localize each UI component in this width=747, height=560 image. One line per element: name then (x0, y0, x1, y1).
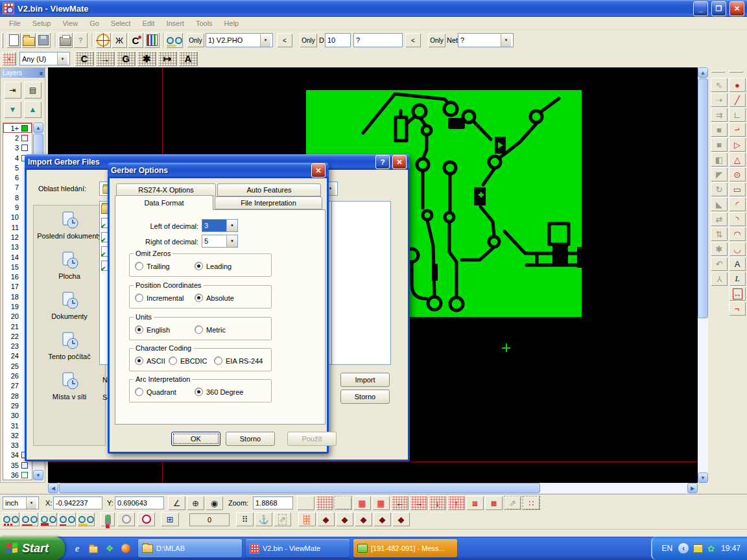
probe-icon[interactable]: ◉ (206, 496, 223, 510)
copy-square-icon[interactable]: ■ (711, 122, 728, 137)
aperture-g-icon[interactable]: G (116, 51, 136, 66)
prev-net-button[interactable]: < (405, 33, 421, 47)
lamp-probe-button[interactable] (137, 512, 155, 526)
gerber-options-titlebar[interactable]: Gerber Options ✕ (108, 163, 329, 178)
documents[interactable]: Dokumenty (34, 291, 105, 320)
new-file-button[interactable] (6, 32, 21, 48)
view-pads-glasses-button[interactable] (40, 512, 57, 526)
pad-mode5-icon[interactable]: ◆ (392, 512, 410, 526)
lamp-off-button[interactable] (117, 512, 135, 526)
language-indicator[interactable]: EN (661, 544, 672, 553)
print-button[interactable] (58, 32, 73, 48)
chevron-down-icon[interactable]: ▼ (226, 220, 237, 231)
layer-up-button[interactable]: ▲ (24, 101, 42, 118)
aperture-arrow-icon[interactable]: → (95, 51, 115, 66)
layers-panel-titlebar[interactable]: Layers x (1, 68, 45, 78)
layer-color-swatch[interactable] (21, 472, 28, 478)
horizontal-scrollbar[interactable]: ◀ ▶ (48, 483, 698, 493)
taskbar-task[interactable]: V2.bin - ViewMate (246, 539, 350, 557)
highlight-tool-button[interactable] (95, 32, 111, 48)
palette-grip[interactable] (711, 71, 725, 73)
pad-mode3-icon[interactable]: ◆ (355, 512, 372, 526)
zoom-select-icon[interactable] (335, 496, 352, 510)
menu-item[interactable]: Tools (190, 18, 219, 29)
aperture-grid-button[interactable]: ▪ (2, 52, 16, 65)
import-cancel-button[interactable]: Storno (340, 390, 390, 404)
aperture-text-icon[interactable]: A (178, 51, 198, 66)
measure-tool-button[interactable]: Ж (112, 32, 127, 48)
pan-left-icon[interactable]: ← (391, 496, 409, 510)
menu-item[interactable]: Select (105, 18, 137, 29)
view-lines-glasses-button[interactable] (21, 512, 38, 526)
traffic-light-button[interactable] (101, 512, 115, 526)
left-of-decimal-combo[interactable]: 3 ▼ (202, 219, 238, 232)
draw-curve-icon[interactable]: ◝ (729, 212, 746, 226)
menu-item[interactable]: Edit (136, 18, 160, 29)
aperture-filter-combo[interactable]: Any (U)▼ (19, 52, 70, 65)
move-multiple-icon[interactable]: ⇉ (711, 108, 728, 122)
right-of-decimal-combo[interactable]: 5 ▼ (202, 235, 238, 248)
origin-crosshair-icon[interactable]: ⊕ (187, 496, 204, 510)
draw-chord-icon[interactable]: ◡ (729, 242, 746, 256)
radio-360-degree[interactable]: 360 Degree (195, 388, 244, 396)
window-split-button[interactable]: ⊞ (161, 512, 179, 526)
grid-value-box[interactable]: 0 (189, 513, 230, 526)
radio-absolute[interactable]: Absolute (195, 294, 234, 302)
gerber-options-close-button[interactable]: ✕ (311, 163, 326, 178)
highlight-grid-icon[interactable] (316, 496, 333, 510)
layer-map-button[interactable]: ▤ (24, 82, 42, 99)
internet-explorer-icon[interactable]: e (71, 542, 83, 554)
radio-ebcdic[interactable]: EBCDIC (169, 356, 208, 365)
menu-item[interactable]: Go (84, 18, 105, 29)
layer-color-swatch[interactable] (21, 125, 28, 132)
rotate-icon[interactable]: ↻ (711, 182, 728, 196)
layer-row[interactable]: 2 (3, 133, 32, 143)
pad-mode4-icon[interactable]: ◆ (374, 512, 391, 526)
minimize-button[interactable]: _ (693, 1, 708, 16)
tray-notes-icon[interactable] (693, 544, 703, 553)
layers-scroll-down[interactable]: ▼ (33, 470, 43, 480)
step-repeat-icon[interactable]: ⇅ (711, 227, 728, 241)
menu-item[interactable]: View (56, 18, 84, 29)
layer-row[interactable]: 35 (3, 460, 32, 470)
tab-data-format[interactable]: Data Format (115, 195, 213, 210)
zoom-value-input[interactable]: 1.8868 (253, 496, 293, 509)
scroll-down-button[interactable]: ▼ (698, 472, 708, 483)
apply-button[interactable]: Použít (287, 432, 337, 446)
radio-eia-rs244[interactable]: EIA RS-244 (214, 356, 263, 365)
layer-select-combo[interactable]: 1) V2.PHO▼ (206, 33, 273, 47)
palette-grip[interactable] (729, 71, 743, 73)
undo-arrow-icon[interactable]: ↶ (711, 257, 728, 271)
menu-item[interactable]: File (3, 18, 27, 29)
only-dcode-button[interactable]: Only (300, 33, 317, 47)
aperture-c-icon[interactable]: C (75, 51, 94, 66)
draw-circle-icon[interactable]: ⊙ (729, 167, 746, 181)
prev-layer-button[interactable]: < (277, 33, 292, 47)
cancel-button[interactable]: Storno (226, 432, 275, 446)
scroll-left-button[interactable]: ◀ (48, 483, 58, 493)
dcode-tool-button[interactable]: C (128, 32, 143, 48)
start-button[interactable]: Start (0, 537, 65, 560)
radio-trailing[interactable]: Trailing (135, 262, 170, 270)
stretch-icon[interactable]: ⇗ (504, 496, 521, 510)
open-file-button[interactable] (21, 32, 36, 48)
tab-rs274x-options[interactable]: RS274-X Options (116, 183, 216, 196)
draw-ellipse-arc-icon[interactable]: ◠ (729, 227, 746, 241)
swap-icon[interactable]: ⇄ (711, 212, 728, 226)
layer-row[interactable]: 3 (3, 143, 32, 153)
draw-polygon-icon[interactable]: ▷ (729, 137, 746, 152)
mirror-vertical-icon[interactable]: ◧ (711, 152, 728, 167)
view-all-glasses-button[interactable] (2, 512, 19, 526)
aperture-transfer-icon[interactable]: ↦ (158, 51, 177, 66)
draw-triangle-icon[interactable]: △ (729, 152, 746, 167)
only-net-button[interactable]: Only (428, 33, 445, 47)
recent-documents[interactable]: Poslední dokumenty (34, 211, 105, 240)
film-setup-button[interactable] (144, 32, 160, 48)
radio-leading[interactable]: Leading (195, 262, 231, 270)
ok-button[interactable]: OK (171, 432, 220, 446)
draw-elbow-icon[interactable]: ⌐ (729, 122, 746, 137)
save-file-button[interactable] (36, 32, 51, 48)
scroll-right-button[interactable]: ▶ (687, 483, 698, 493)
radio-ascii[interactable]: ASCII (135, 356, 165, 365)
unit-combo[interactable]: inch▼ (3, 496, 39, 509)
